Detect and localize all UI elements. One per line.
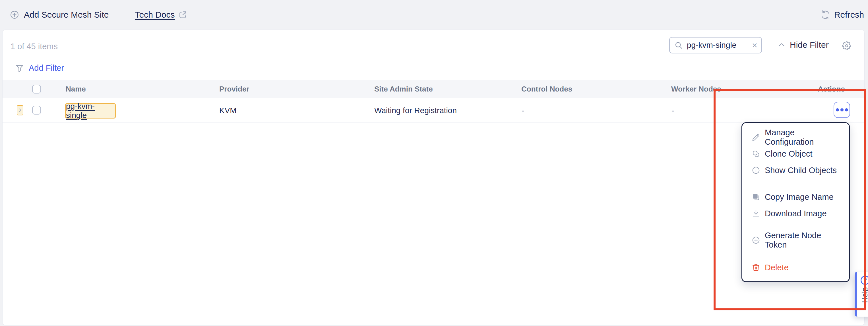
row-checkbox[interactable] <box>32 106 41 115</box>
clone-icon <box>752 150 760 158</box>
refresh-icon <box>820 10 830 20</box>
add-secure-mesh-site-label: Add Secure Mesh Site <box>24 10 109 20</box>
menu-item-delete[interactable]: Delete <box>742 259 849 276</box>
trash-icon <box>752 263 760 272</box>
row-expand-chevron[interactable] <box>17 105 23 116</box>
column-header-name[interactable]: Name <box>66 80 86 98</box>
external-link-icon <box>178 10 187 19</box>
menu-group: Copy Image Name Download Image <box>742 183 849 226</box>
row-actions-button[interactable] <box>834 102 850 118</box>
menu-item-copy-image-name[interactable]: Copy Image Name <box>742 189 849 205</box>
table-row: pg-kvm-single KVM Waiting for Registrati… <box>3 98 864 123</box>
refresh-label: Refresh <box>834 10 864 20</box>
search-input[interactable] <box>686 40 749 50</box>
plus-circle-icon <box>752 236 760 244</box>
column-header-site-admin-state[interactable]: Site Admin State <box>374 80 433 98</box>
cell-site-admin-state: Waiting for Registration <box>374 98 457 123</box>
plus-circle-icon <box>10 10 19 20</box>
tech-docs-label: Tech Docs <box>135 10 175 20</box>
menu-group: Generate Node Token <box>742 226 849 253</box>
sites-table-card: 1 of 45 items × Hide Filter Add Filter <box>2 30 865 325</box>
menu-item-label: Manage Configuration <box>765 128 843 146</box>
gear-icon[interactable] <box>842 41 851 50</box>
filter-funnel-icon <box>15 64 24 73</box>
menu-group: Delete <box>742 253 849 282</box>
column-header-control-nodes[interactable]: Control Nodes <box>521 80 572 98</box>
table-header: Name Provider Site Admin State Control N… <box>3 80 864 98</box>
menu-item-label: Copy Image Name <box>765 192 834 202</box>
menu-group: Manage Configuration Clone Object Show C… <box>742 123 849 183</box>
chevron-up-icon <box>777 41 786 49</box>
menu-item-label: Clone Object <box>765 149 812 159</box>
add-filter-button[interactable]: Add Filter <box>15 63 64 73</box>
column-header-actions: Actions <box>818 80 845 98</box>
menu-item-clone-object[interactable]: Clone Object <box>742 145 849 162</box>
cell-control-nodes: - <box>522 98 524 123</box>
copy-icon <box>752 193 760 201</box>
menu-item-label: Delete <box>765 263 789 272</box>
hide-filter-button[interactable]: Hide Filter <box>777 40 829 50</box>
page: Add Secure Mesh Site Tech Docs Refresh 1… <box>0 0 868 326</box>
row-name-highlight: pg-kvm-single <box>65 103 116 119</box>
pencil-icon <box>752 133 760 141</box>
menu-item-label: Generate Node Token <box>765 231 843 250</box>
cell-worker-nodes: - <box>672 98 674 123</box>
actions-context-menu: Manage Configuration Clone Object Show C… <box>741 122 850 282</box>
clear-search-icon[interactable]: × <box>752 41 757 50</box>
items-count: 1 of 45 items <box>10 42 58 51</box>
menu-item-generate-node-token[interactable]: Generate Node Token <box>742 232 849 249</box>
cell-provider: KVM <box>219 98 237 123</box>
site-name-link[interactable]: pg-kvm-single <box>66 102 115 120</box>
info-icon <box>752 166 760 174</box>
top-toolbar: Add Secure Mesh Site Tech Docs Refresh <box>0 0 868 30</box>
menu-item-manage-configuration[interactable]: Manage Configuration <box>742 129 849 145</box>
menu-item-label: Download Image <box>765 209 827 218</box>
add-secure-mesh-site-button[interactable]: Add Secure Mesh Site <box>10 10 109 20</box>
download-icon <box>752 209 760 218</box>
refresh-button[interactable]: Refresh <box>820 10 864 20</box>
add-filter-label: Add Filter <box>29 63 64 73</box>
menu-item-show-child-objects[interactable]: Show Child Objects <box>742 162 849 178</box>
help-tab[interactable]: ? Help <box>855 272 868 317</box>
tech-docs-link[interactable]: Tech Docs <box>135 10 187 20</box>
help-label: Help <box>861 287 868 303</box>
menu-item-download-image[interactable]: Download Image <box>742 205 849 222</box>
menu-item-label: Show Child Objects <box>765 166 837 175</box>
question-icon: ? <box>861 276 868 285</box>
column-header-provider[interactable]: Provider <box>219 80 249 98</box>
search-box: × <box>669 37 762 54</box>
column-header-worker-nodes[interactable]: Worker Nodes <box>671 80 721 98</box>
select-all-checkbox[interactable] <box>32 85 41 94</box>
search-icon <box>674 41 683 50</box>
hide-filter-label: Hide Filter <box>790 40 829 50</box>
